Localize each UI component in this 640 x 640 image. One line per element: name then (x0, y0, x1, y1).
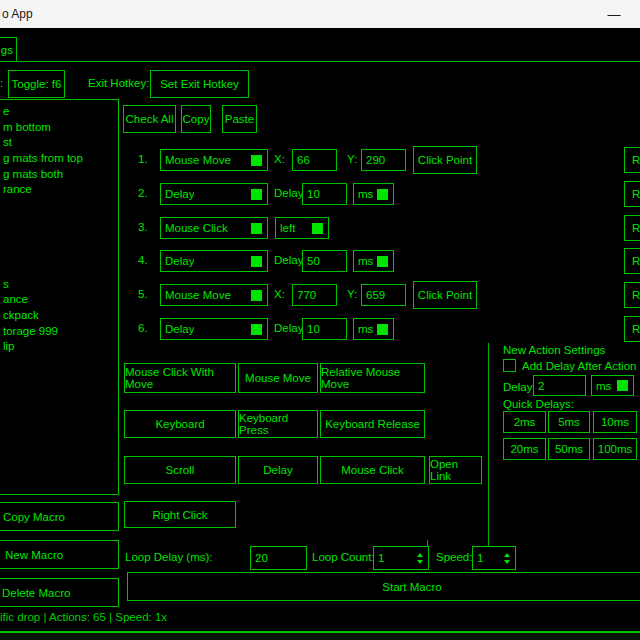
mouse-click-button[interactable]: Mouse Click (320, 456, 425, 484)
paste-label: Paste (225, 113, 254, 125)
quick-delay-5ms-button[interactable]: 5ms (548, 411, 590, 433)
quick-delay-2ms-button[interactable]: 2ms (503, 411, 546, 433)
x-label: X: (274, 153, 285, 165)
dropdown-indicator-icon (617, 380, 628, 391)
button-label: Open Link (430, 458, 481, 482)
tab-settings[interactable]: gs (0, 37, 17, 62)
app-window: o App — gs : Toggle: f6 Exit Hotkey: Set… (0, 0, 640, 640)
action-type-dropdown[interactable]: Mouse Click (160, 217, 268, 239)
delay-unit-dropdown[interactable]: ms (353, 183, 394, 205)
new-macro-label: New Macro (5, 549, 63, 561)
delay-unit-dropdown[interactable]: ms (353, 250, 394, 272)
loop-count-stepper[interactable]: 1 (373, 546, 429, 570)
relative-mouse-move-button[interactable]: Relative Mouse Move (320, 363, 425, 393)
action-index: 5. (138, 288, 148, 300)
action-type-dropdown[interactable]: Delay (160, 250, 268, 272)
loop-delay-input[interactable]: 20 (250, 546, 307, 570)
delay-input[interactable]: 10 (302, 318, 347, 340)
x-input[interactable]: 66 (292, 149, 337, 171)
quick-delay-100ms-button[interactable]: 100ms (593, 438, 637, 460)
action-type-dropdown[interactable]: Mouse Move (160, 149, 268, 171)
click-point-button[interactable]: Click Point (413, 146, 477, 174)
check-all-label: Check All (126, 113, 174, 125)
minimize-button[interactable]: — (598, 0, 630, 28)
remove-action-button[interactable]: R (624, 215, 640, 241)
dropdown-indicator-icon (377, 324, 388, 335)
quick-delay-50ms-button[interactable]: 50ms (548, 438, 590, 460)
keyboard-button[interactable]: Keyboard (124, 410, 236, 438)
remove-action-button[interactable]: R (624, 147, 640, 173)
settings-delay-input[interactable]: 2 (533, 375, 586, 396)
paste-button[interactable]: Paste (222, 105, 257, 133)
settings-delay-unit-dropdown[interactable]: ms (591, 375, 634, 396)
start-macro-button[interactable]: Start Macro (127, 572, 640, 601)
stepper-arrows-icon[interactable] (504, 553, 510, 564)
status-bar-text: ific drop | Actions: 65 | Speed: 1x (0, 611, 167, 623)
quick-delays-label: Quick Delays: (503, 398, 574, 410)
delay-unit-dropdown[interactable]: ms (353, 318, 394, 340)
macro-list-item[interactable]: e (3, 104, 118, 120)
button-label: 100ms (598, 443, 633, 455)
action-type-dropdown[interactable]: Delay (160, 318, 268, 340)
dropdown-indicator-icon (377, 189, 388, 200)
click-point-label: Click Point (418, 154, 472, 166)
set-exit-hotkey-button[interactable]: Set Exit Hotkey (150, 70, 249, 98)
speed-value: 1 (473, 552, 483, 564)
click-point-button[interactable]: Click Point (413, 281, 477, 309)
button-label: 50ms (555, 443, 583, 455)
dropdown-indicator-icon (251, 189, 262, 200)
button-label: 2ms (514, 416, 536, 428)
delay-button[interactable]: Delay (238, 456, 318, 484)
x-input[interactable]: 770 (292, 284, 337, 306)
quick-delay-20ms-button[interactable]: 20ms (503, 438, 546, 460)
keyboard-release-button[interactable]: Keyboard Release (320, 410, 425, 438)
check-all-button[interactable]: Check All (123, 105, 176, 133)
y-input[interactable]: 659 (361, 284, 406, 306)
mouse-move-button[interactable]: Mouse Move (238, 363, 318, 393)
action-row: 5. Mouse Move X: 770 Y: 659 Click Point … (0, 282, 640, 308)
button-label: 20ms (510, 443, 538, 455)
action-row: 1. Mouse Move X: 66 Y: 290 Click Point R (0, 147, 640, 173)
loop-delay-label: Loop Delay (ms): (125, 551, 213, 563)
button-label: Mouse Click (341, 464, 404, 476)
button-label: 10ms (601, 416, 629, 428)
delay-value: 50 (303, 255, 320, 267)
action-row: 4. Delay Delay 50 ms R (0, 248, 640, 274)
hotkey-label-fragment: : (0, 77, 3, 89)
toggle-hotkey-label: Toggle: f6 (12, 78, 62, 90)
add-delay-checkbox[interactable] (503, 359, 516, 372)
new-macro-button[interactable]: New Macro (0, 540, 119, 569)
remove-action-button[interactable]: R (624, 316, 640, 342)
action-type-dropdown[interactable]: Delay (160, 183, 268, 205)
delay-input[interactable]: 10 (302, 183, 347, 205)
dropdown-indicator-icon (251, 324, 262, 335)
window-title: o App (2, 7, 33, 21)
remove-action-button[interactable]: R (624, 181, 640, 207)
remove-action-button[interactable]: R (624, 282, 640, 308)
y-input[interactable]: 290 (361, 149, 406, 171)
macro-list-item[interactable]: m bottom (3, 120, 118, 136)
speed-stepper[interactable]: 1 (472, 546, 516, 570)
y-value: 659 (362, 289, 385, 301)
settings-delay-unit-value: ms (592, 380, 611, 392)
action-row: 6. Delay Delay 10 ms R (0, 316, 640, 342)
right-click-button[interactable]: Right Click (124, 501, 236, 528)
open-link-button[interactable]: Open Link (429, 456, 482, 484)
toggle-hotkey-button[interactable]: Toggle: f6 (8, 70, 65, 98)
mouse-click-with-move-button[interactable]: Mouse Click With Move (124, 363, 236, 393)
copy-button[interactable]: Copy (181, 105, 211, 133)
quick-delay-10ms-button[interactable]: 10ms (593, 411, 637, 433)
copy-macro-label: Copy Macro (3, 511, 65, 523)
mouse-button-dropdown[interactable]: left (275, 217, 329, 239)
button-label: Keyboard Release (325, 418, 420, 430)
remove-action-button[interactable]: R (624, 248, 640, 274)
delay-label: Delay (274, 254, 303, 266)
scroll-button[interactable]: Scroll (124, 456, 236, 484)
delay-input[interactable]: 50 (302, 250, 347, 272)
stepper-arrows-icon[interactable] (417, 553, 423, 564)
action-type-dropdown[interactable]: Mouse Move (160, 284, 268, 306)
copy-macro-button[interactable]: Copy Macro (0, 502, 119, 531)
delay-unit-value: ms (354, 188, 373, 200)
delete-macro-button[interactable]: Delete Macro (0, 578, 119, 607)
keyboard-press-button[interactable]: Keyboard Press (238, 410, 318, 438)
